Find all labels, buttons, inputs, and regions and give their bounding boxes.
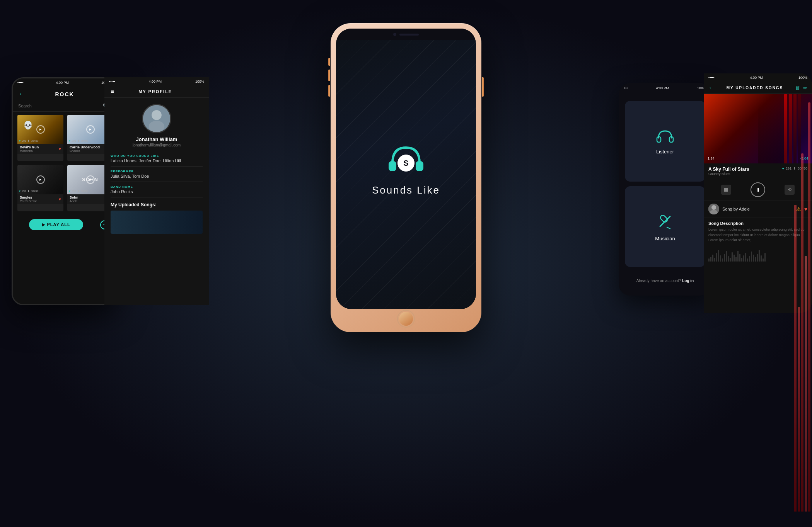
status-bar-roles: ••• 4:00 PM 100%: [619, 83, 711, 93]
pause-button[interactable]: ⏸: [751, 182, 765, 197]
play-overlay: ▶: [86, 125, 95, 134]
logo-container: S Sounds Like: [372, 142, 440, 196]
rock-header: ← ROCK 🗑: [13, 87, 115, 101]
song-title: Singles: [20, 196, 37, 199]
song-title: Devil's Gun: [20, 145, 39, 149]
song-genre-detail: Country Blues: [708, 172, 749, 176]
status-dots-profile: •••••: [109, 80, 115, 83]
heart-icon[interactable]: ♥: [59, 197, 61, 201]
waveform-bar: [747, 258, 748, 262]
song-artist: Shakira: [70, 149, 100, 153]
speaker-grill: [399, 34, 419, 36]
silent-switch[interactable]: [328, 58, 330, 66]
phone-role-select: ••• 4:00 PM 100% Listener: [619, 83, 711, 296]
svg-rect-10: [660, 214, 669, 223]
uploaded-songs-title: MY UPLOADED SONGS: [727, 86, 783, 90]
song-title: Carrie Underwood: [70, 145, 100, 149]
power-button[interactable]: [482, 77, 484, 97]
card-stats: ♥291⬇30450: [69, 190, 88, 193]
waveform-bar: [735, 257, 737, 262]
waveform-bar: [730, 258, 731, 262]
status-time-left: 4:00 PM: [56, 81, 69, 85]
profile-name: Jonathan William: [136, 136, 177, 142]
home-button-inner: [399, 312, 413, 326]
card-stats-left: ♥291⬇30450: [19, 139, 38, 143]
card-stats: ♥291⬇30450: [19, 190, 38, 193]
field-sounds-like-label: WHO DO YOU SOUND LIKE: [111, 154, 203, 158]
musician-label: Musician: [655, 236, 675, 241]
status-dots-roles: •••: [624, 86, 628, 90]
song-card-singles[interactable]: ▶ ♥291⬇30450 Singles Parov Stelar ♥: [17, 165, 63, 211]
stop-button[interactable]: [721, 185, 731, 195]
waveform-bar: [714, 258, 715, 262]
card-stats: ♥291⬇30450: [69, 139, 88, 143]
svg-rect-4: [416, 161, 423, 171]
heart-icon[interactable]: ♥: [59, 147, 61, 151]
waveform-bar: [718, 250, 719, 262]
field-band-label: BAND NAME: [111, 185, 203, 189]
profile-email: jonathanwilliam@gmail.com: [133, 143, 181, 147]
song-by-label: Song by Adele: [722, 207, 750, 211]
status-dots-left: •••••: [17, 81, 24, 85]
profile-avatar-section: Jonathan William jonathanwilliam@gmail.c…: [104, 98, 209, 152]
waveform-bar: [759, 250, 760, 262]
avatar-image: [143, 104, 170, 133]
home-button[interactable]: [397, 310, 415, 328]
waveform-bar: [734, 255, 735, 262]
search-input[interactable]: [18, 104, 103, 108]
song-artist: Adele: [70, 199, 78, 203]
svg-point-13: [711, 205, 716, 210]
waveform-bar: [763, 258, 764, 262]
waveform-bar: [722, 258, 723, 262]
playlist-title: ROCK: [55, 91, 74, 97]
svg-rect-3: [389, 161, 396, 171]
artist-avatar: [708, 204, 719, 214]
waveform-bar: [710, 257, 711, 262]
waveform-bar: [749, 256, 750, 262]
devils-gun-cover: ▶ ♥291⬇30450: [17, 115, 63, 144]
waveform-bar: [755, 257, 756, 262]
far-right-decoration: [793, 0, 812, 527]
volume-down-button[interactable]: [328, 85, 330, 97]
waveform-bar: [751, 252, 752, 262]
headphone-icon: [655, 128, 675, 144]
waveform-bar: [720, 255, 721, 262]
listener-card[interactable]: Listener: [625, 101, 705, 182]
back-button-right[interactable]: ←: [708, 84, 715, 91]
phone-center-screen: S Sounds Like: [336, 29, 476, 309]
login-link[interactable]: Log in: [682, 279, 694, 283]
songs-grid: ▶ ♥291⬇30450 Devil's Gun Madonna ♥ ▶: [13, 112, 115, 214]
volume-up-button[interactable]: [328, 70, 330, 81]
waveform-bar: [737, 251, 739, 262]
cover-time-left: 1:24: [708, 156, 715, 160]
svg-line-11: [667, 227, 670, 229]
scene: ••••• 4:00 PM 100% ← ROCK 🗑 🔍 ▶ ♥291⬇304…: [0, 0, 812, 527]
back-button[interactable]: ←: [18, 90, 25, 98]
waveform-bar: [743, 255, 744, 262]
play-all-button[interactable]: ▶ PLAY ALL: [29, 219, 83, 230]
play-overlay: ▶: [36, 175, 45, 184]
waveform-bar: [726, 251, 727, 262]
field-performer-label: PERFORMER: [111, 170, 203, 173]
waveform-bar: [724, 254, 725, 262]
microphone-icon: [655, 212, 675, 231]
song-card-devils-gun[interactable]: ▶ ♥291⬇30450 Devil's Gun Madonna ♥: [17, 115, 63, 161]
song-artist: Parov Stelar: [20, 199, 37, 203]
profile-avatar: [142, 104, 171, 133]
waveform-bar: [732, 252, 733, 262]
hamburger-menu[interactable]: ≡: [111, 88, 114, 95]
field-band-value: John Rocks: [111, 189, 203, 197]
song-artist: Madonna: [20, 149, 39, 153]
songs-preview: [111, 211, 203, 234]
phone-center-wrapper: S Sounds Like: [331, 23, 481, 332]
field-performer-value: Julia Silva, Tom Doe: [111, 174, 203, 182]
app-name-label: Sounds Like: [372, 184, 440, 196]
waveform-bar: [708, 258, 710, 262]
status-battery-profile: 100%: [195, 80, 204, 83]
parov-cover: ▶ ♥291⬇30450: [17, 165, 63, 194]
status-time-roles: 4:00 PM: [656, 86, 669, 90]
musician-card[interactable]: Musician: [625, 186, 705, 267]
waveform-bar: [764, 253, 766, 262]
waveform-bar: [739, 254, 740, 262]
uploaded-songs-section: My Uploaded Songs:: [104, 197, 209, 237]
